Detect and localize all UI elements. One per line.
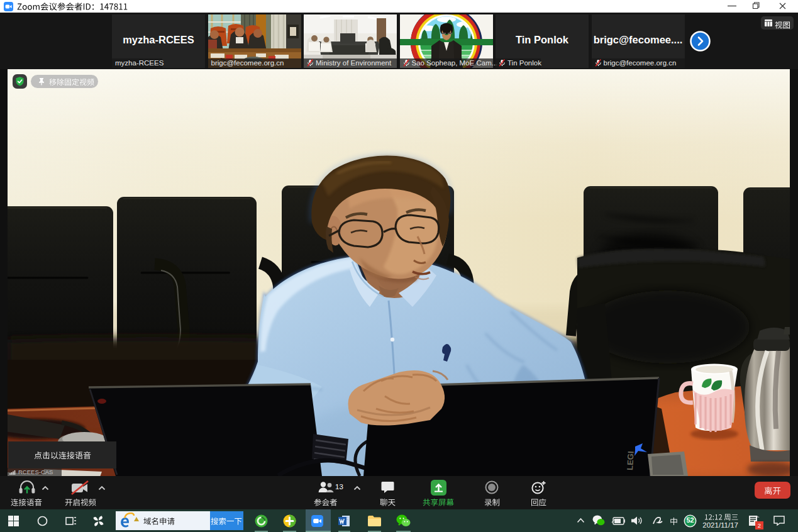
svg-text:LEGI: LEGI	[625, 451, 636, 470]
